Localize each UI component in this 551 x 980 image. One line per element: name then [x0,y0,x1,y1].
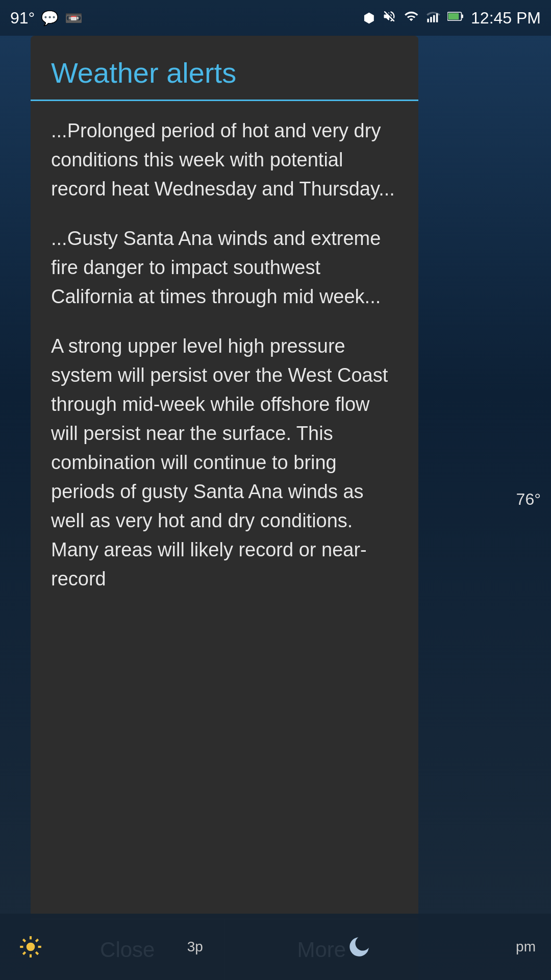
side-temperature: 76° [516,490,541,509]
svg-line-14 [36,939,38,941]
sun-icon [15,932,46,962]
bottom-bar: 3p pm [0,914,551,980]
svg-point-7 [27,943,35,951]
svg-rect-2 [433,15,435,22]
dialog-title: Weather alerts [51,56,398,89]
status-temperature: 91° [10,9,35,28]
voicemail-icon: 📼 [65,10,83,27]
status-left: 91° 💬 📼 [10,9,83,28]
moon-icon [344,932,374,962]
svg-rect-0 [427,18,429,22]
svg-rect-3 [436,13,438,22]
chat-icon: 💬 [41,10,59,27]
dialog-header: Weather alerts [31,36,418,101]
mute-icon [382,9,396,27]
status-right: ⬢ 12:45 PM [363,9,541,28]
svg-rect-1 [430,17,432,22]
bottom-time-right: pm [516,939,536,955]
weather-alert-dialog: Weather alerts ...Prolonged period of ho… [31,36,418,980]
alert-paragraph-2: ...Gusty Santa Ana winds and extreme fir… [51,224,398,311]
status-bar: 91° 💬 📼 ⬢ [0,0,551,36]
battery-icon [447,9,464,27]
status-time: 12:45 PM [471,9,541,28]
wifi-icon [404,9,419,27]
bluetooth-icon: ⬢ [363,10,375,26]
bottom-time-left: 3p [187,939,203,955]
svg-rect-6 [461,14,463,18]
signal-icon [426,9,440,27]
svg-rect-5 [448,13,459,19]
dialog-content: ...Prolonged period of hot and very dry … [31,101,418,919]
alert-paragraph-1: ...Prolonged period of hot and very dry … [51,116,398,204]
svg-line-13 [36,952,38,954]
alert-paragraph-3: A strong upper level high pressure syste… [51,332,398,594]
svg-line-15 [23,952,25,954]
svg-line-12 [23,939,25,941]
